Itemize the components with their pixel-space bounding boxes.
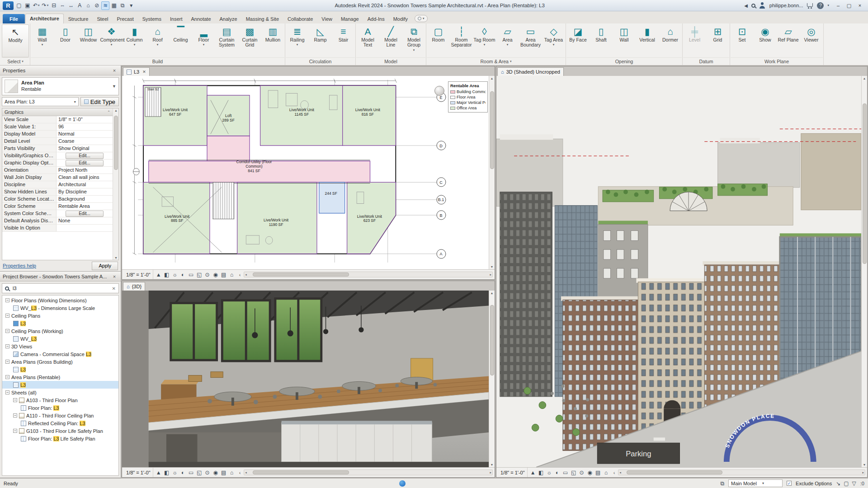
detail-level-icon[interactable]: ▲ xyxy=(155,272,163,278)
room-button[interactable]: ▢ Room ▾ xyxy=(427,24,450,57)
tree-item[interactable]: − WV_L3 xyxy=(2,335,118,343)
show-crop-icon[interactable]: ◱ xyxy=(570,469,578,476)
roof-button[interactable]: ⌂ Roof ▾ xyxy=(146,24,169,57)
mullion-button[interactable]: ▥ Mullion ▾ xyxy=(261,24,284,57)
tag-room-button[interactable]: ◊ Tag Room ▾ xyxy=(473,24,496,57)
by-face-button[interactable]: ◪ By Face ▾ xyxy=(566,24,590,57)
model-line-button[interactable]: ╱ Model Line ▾ xyxy=(379,24,402,57)
minimize-button[interactable]: – xyxy=(833,1,844,10)
reveal-hidden-icon[interactable]: ◉ xyxy=(212,272,220,278)
tree-expander-icon[interactable]: − xyxy=(5,375,9,379)
interior-canvas[interactable] xyxy=(122,291,489,467)
tree-expander-icon[interactable]: − xyxy=(5,329,9,333)
tree-item[interactable]: − Reflected Ceiling Plan: L3 xyxy=(2,419,118,427)
property-row[interactable]: Visible In Option xyxy=(2,225,113,232)
tree-expander-icon[interactable]: − xyxy=(5,360,9,364)
element-selector[interactable]: Area Plan: L3 ▾ xyxy=(2,97,79,106)
tree-expander-icon[interactable]: − xyxy=(13,429,17,433)
tab-precast[interactable]: Precast xyxy=(113,14,137,23)
show-crop-icon[interactable]: ◱ xyxy=(195,272,203,278)
close-button[interactable]: × xyxy=(854,1,865,10)
undo-icon[interactable]: ↶▾ xyxy=(32,1,41,10)
properties-scrollbar[interactable]: ▲ ▼ xyxy=(113,108,118,260)
column-button[interactable]: ▮ Column ▾ xyxy=(123,24,146,57)
app-store-icon[interactable] xyxy=(807,3,813,9)
tab-view[interactable]: View xyxy=(317,14,336,23)
tree-expander-icon[interactable]: − xyxy=(13,413,17,418)
tab-massing-site[interactable]: Massing & Site xyxy=(242,14,283,23)
tree-item[interactable]: − Area Plans (Rentable) xyxy=(2,373,118,381)
level-button[interactable]: ╪ Level ▾ xyxy=(683,24,706,57)
tree-item[interactable]: − Floor Plan: L3 Life Safety Plan xyxy=(2,435,118,442)
shaft-button[interactable]: ▯ Shaft ▾ xyxy=(590,24,613,57)
save-icon[interactable]: ▣▾ xyxy=(24,1,32,10)
tree-expander-icon[interactable]: − xyxy=(5,390,9,394)
user-account-button[interactable]: philippe.bonn... xyxy=(769,3,803,8)
tab-manage[interactable]: Manage xyxy=(337,14,363,23)
detail-level-icon[interactable]: ▲ xyxy=(155,469,163,476)
property-row[interactable]: Show Hidden Lines By Discipline xyxy=(2,188,113,196)
property-row[interactable]: Graphic Display Options Edit... xyxy=(2,160,113,167)
tab-insert[interactable]: Insert xyxy=(166,14,187,23)
panel-label[interactable]: Circulation▾ xyxy=(286,57,355,65)
active-design-option-select[interactable]: Main Model ▾ xyxy=(728,479,783,487)
tree-item[interactable]: − L3 xyxy=(2,381,118,389)
panel-label[interactable]: Room & Area▾ xyxy=(427,57,565,65)
model-text-button[interactable]: A Model Text ▾ xyxy=(356,24,379,57)
search-icon[interactable] xyxy=(751,4,755,8)
tree-item[interactable]: − A103 - Third Floor Plan xyxy=(2,396,118,404)
chevron-down-icon[interactable]: ▼ xyxy=(112,84,116,89)
railing-button[interactable]: ≣ Railing ▾ xyxy=(286,24,309,57)
tab-annotate[interactable]: Annotate xyxy=(187,14,215,23)
dormer-button[interactable]: ⌂ Dormer ▾ xyxy=(659,24,682,57)
temporary-view-icon[interactable]: ▤ xyxy=(220,469,228,476)
floor-button[interactable]: ▂ Floor ▾ xyxy=(192,24,215,57)
revit-logo[interactable]: R xyxy=(3,1,14,10)
view-scale-button[interactable]: 1/8" = 1'-0" xyxy=(498,468,528,477)
measure-icon[interactable]: ⇔▾ xyxy=(58,1,66,10)
text-icon[interactable]: A▾ xyxy=(75,1,84,10)
reveal-hidden-icon[interactable]: ◉ xyxy=(586,469,594,476)
door-button[interactable]: ▯ Door ▾ xyxy=(54,24,77,57)
view-tab-3d[interactable]: ⌂ {3D} xyxy=(123,282,145,291)
sun-path-icon[interactable]: ☼ xyxy=(171,272,179,278)
filter-icon[interactable]: ▽ xyxy=(852,480,856,487)
window-button[interactable]: ◫ Window ▾ xyxy=(77,24,100,57)
help-icon[interactable]: ? xyxy=(817,2,824,9)
wall-opening-button[interactable]: ◫ Wall ▾ xyxy=(613,24,636,57)
modify-state-widget[interactable]: ▾ xyxy=(415,15,428,22)
tab-steel[interactable]: Steel xyxy=(93,14,112,23)
edit-type-button[interactable]: Edit Type xyxy=(80,97,119,106)
temporary-hide-icon[interactable]: ⊙ xyxy=(578,469,586,476)
shadows-icon[interactable]: ◐ xyxy=(179,469,187,476)
vertical-scrollbar[interactable]: ▲▼ xyxy=(489,291,495,467)
temporary-hide-icon[interactable]: ⊙ xyxy=(203,272,212,278)
tree-item[interactable]: − G103 - Third Floor Life Safety Plan xyxy=(2,427,118,435)
horizontal-scrollbar[interactable]: ◂▸ xyxy=(244,469,493,475)
default-3d-view-icon[interactable]: ⌂▾ xyxy=(84,1,92,10)
horizontal-scrollbar[interactable]: ◂▸ xyxy=(618,469,865,475)
press-drag-icon[interactable]: ↘ xyxy=(836,480,840,487)
view-scale-button[interactable]: 1/8" = 1'-0" xyxy=(124,468,153,477)
tab-addins[interactable]: Add-Ins xyxy=(363,14,389,23)
vertical-scrollbar[interactable]: ▲▼ xyxy=(861,76,867,467)
tree-item[interactable]: − Camera - Commercial Space L3 xyxy=(2,350,118,358)
tab-architecture[interactable]: Architecture xyxy=(25,14,64,23)
visual-style-icon[interactable]: ◧ xyxy=(163,272,171,278)
tree-item[interactable]: − A110 - Third Floor Ceiling Plan xyxy=(2,412,118,419)
tab-collaborate[interactable]: Collaborate xyxy=(283,14,317,23)
tree-item[interactable]: − Ceiling Plans (Working) xyxy=(2,327,118,335)
collapse-icon[interactable]: ◀ xyxy=(744,3,748,8)
properties-header[interactable]: Properties × xyxy=(0,66,121,75)
panel-label[interactable]: Select▾ xyxy=(1,57,29,65)
set-work-plane-button[interactable]: ⊡ Set ▾ xyxy=(731,24,754,57)
tree-expander-icon[interactable]: − xyxy=(5,344,9,348)
exclude-options-checkbox[interactable]: ✓ xyxy=(787,481,792,486)
tab-systems[interactable]: Systems xyxy=(138,14,165,23)
analytical-model-icon[interactable]: ⌂ xyxy=(228,272,236,278)
view-tab-l3[interactable]: L3 ✕ xyxy=(123,67,150,76)
sync-status-icon[interactable] xyxy=(399,480,406,487)
collapse-section-icon[interactable]: ⌃ xyxy=(107,110,110,114)
restore-button[interactable]: ▢ xyxy=(844,1,854,10)
property-row[interactable]: Visibility/Graphics Overrides Edit... xyxy=(2,152,113,160)
